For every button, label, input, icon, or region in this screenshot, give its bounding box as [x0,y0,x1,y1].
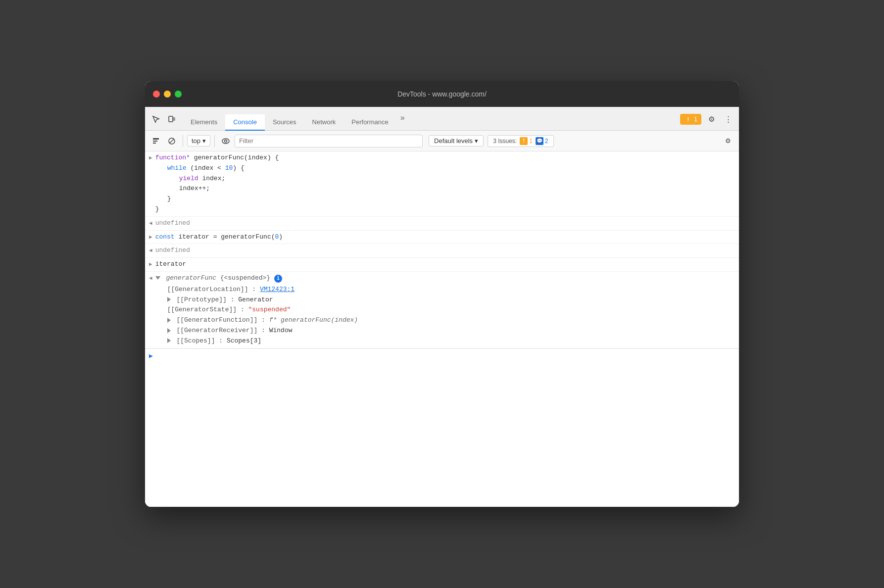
code-line: function* generatorFunc(index) { [155,153,735,163]
object-header: generatorFunc {<suspended>} i [155,273,735,284]
svg-rect-3 [153,141,157,142]
minimize-button[interactable] [164,91,171,98]
window-title: DevTools - www.google.com/ [397,90,487,98]
block-icon[interactable] [165,134,179,148]
colon: : [219,337,227,344]
console-entry-function-def: ▶ function* generatorFunc(index) { while… [145,151,739,217]
close-button[interactable] [153,91,160,98]
console-entry-undefined-2: ◀ undefined [145,244,739,258]
descriptor: {<suspended>} [220,274,270,282]
prop-value: Scopes[3] [227,337,261,344]
collapse-arrow[interactable]: ◀ [149,273,152,283]
vm-link[interactable]: VM12423:1 [260,286,295,293]
svg-point-7 [222,139,229,144]
chevron-down-icon: ▾ [202,137,206,145]
code-line: index++; [179,184,735,194]
tab-console[interactable]: Console [225,114,265,131]
issues-badge[interactable]: ! 1 [680,114,701,125]
levels-dropdown[interactable]: Default levels ▾ [429,135,484,147]
svg-line-6 [170,139,174,143]
object-name: iterator [155,260,186,268]
prompt-caret: ▶ [149,352,153,360]
expand-arrow[interactable]: ▶ [149,232,152,243]
prop-value: Generator [238,296,273,303]
code-line: while (index < 10) { [167,163,735,174]
prop-key: [[GeneratorLocation]] [167,286,248,293]
eye-icon[interactable] [219,134,233,148]
prop-value: "suspended" [248,306,291,313]
console-settings-icon[interactable]: ⚙ [721,134,735,148]
property-generator-state: [[GeneratorState]] : "suspended" [167,305,735,315]
more-tabs-button[interactable]: » [396,109,409,126]
colon: : [231,296,239,303]
colon: : [261,327,269,334]
colon: : [241,306,248,313]
undefined-text: undefined [155,219,190,227]
code-line: yield index; [179,174,735,184]
svg-rect-2 [153,138,159,140]
property-generator-location: [[GeneratorLocation]] : VM12423:1 [167,285,735,295]
prop-value: Window [269,327,293,334]
inspect-icon[interactable] [149,112,163,126]
output-value: undefined [155,245,735,256]
settings-icon[interactable]: ⚙ [704,112,718,126]
warn-badge-icon: ! [520,137,528,145]
prop-key: [[GeneratorState]] [167,306,237,313]
svg-point-8 [225,140,227,142]
keyword: const [155,233,175,241]
devtools-icons [149,112,179,126]
colon: : [252,286,260,293]
prop-value: f* generatorFunc(index) [269,316,358,324]
output-value: undefined [155,218,735,229]
svg-rect-1 [173,118,175,120]
expand-tri-icon[interactable] [167,318,171,323]
info-badge-icon: 💬 [536,137,543,145]
maximize-button[interactable] [175,91,182,98]
code-text: iterator = generatorFunc( [178,233,275,241]
tab-sources[interactable]: Sources [265,114,304,131]
clear-console-icon[interactable] [149,134,163,148]
issues-count-badge[interactable]: 3 Issues: ! 1 💬 2 [488,135,553,147]
filter-input[interactable] [235,135,423,147]
titlebar: DevTools - www.google.com/ [145,81,739,107]
tab-network[interactable]: Network [304,114,344,131]
tabs-right-actions: ! 1 ⚙ ⋮ [680,112,735,126]
console-toolbar: top ▾ Default levels ▾ 3 Issues: ! 1 💬 2 [145,131,739,151]
generator-name: generatorFunc [166,274,216,282]
expand-tri-icon[interactable] [167,338,171,343]
svg-rect-0 [169,116,173,122]
console-entry-iterator-obj: ▶ iterator [145,258,739,272]
toolbar-divider-2 [214,135,215,147]
property-prototype: [[Prototype]] : Generator [167,295,735,305]
toolbar-divider [183,135,183,147]
collapse-tri-icon[interactable] [155,276,160,280]
expand-tri-icon[interactable] [167,297,171,302]
console-entry-undefined-1: ◀ undefined [145,217,739,231]
code-line: } [167,194,735,204]
console-output[interactable]: ▶ function* generatorFunc(index) { while… [145,151,739,507]
console-prompt[interactable]: ▶ [145,348,739,363]
chevron-down-icon: ▾ [475,137,478,145]
tab-performance[interactable]: Performance [344,114,396,131]
expand-arrow[interactable]: ▶ [149,259,152,270]
prop-key: [[GeneratorFunction]] [176,316,257,324]
more-options-icon[interactable]: ⋮ [721,112,735,126]
info-badge[interactable]: i [274,275,282,283]
device-icon[interactable] [165,112,179,126]
prop-key: [[Prototype]] [176,296,226,303]
console-entry-iterator-assign: ▶ const iterator = generatorFunc(0) [145,231,739,245]
colon: : [261,316,269,324]
svg-rect-4 [153,143,156,144]
warn-icon: ! [684,115,692,123]
expand-arrow[interactable]: ▶ [149,153,152,163]
context-selector[interactable]: top ▾ [187,135,210,147]
info-count: 💬 2 [536,137,548,145]
undefined-text: undefined [155,246,190,254]
console-entry-generator-expanded: ◀ generatorFunc {<suspended>} i [[Genera… [145,272,739,348]
tab-elements[interactable]: Elements [183,114,225,131]
code-line: } [155,204,735,215]
expand-tri-icon[interactable] [167,328,171,333]
return-arrow: ◀ [149,218,152,229]
code-content: const iterator = generatorFunc(0) [155,232,735,243]
code-content: function* generatorFunc(index) { while (… [155,153,735,215]
